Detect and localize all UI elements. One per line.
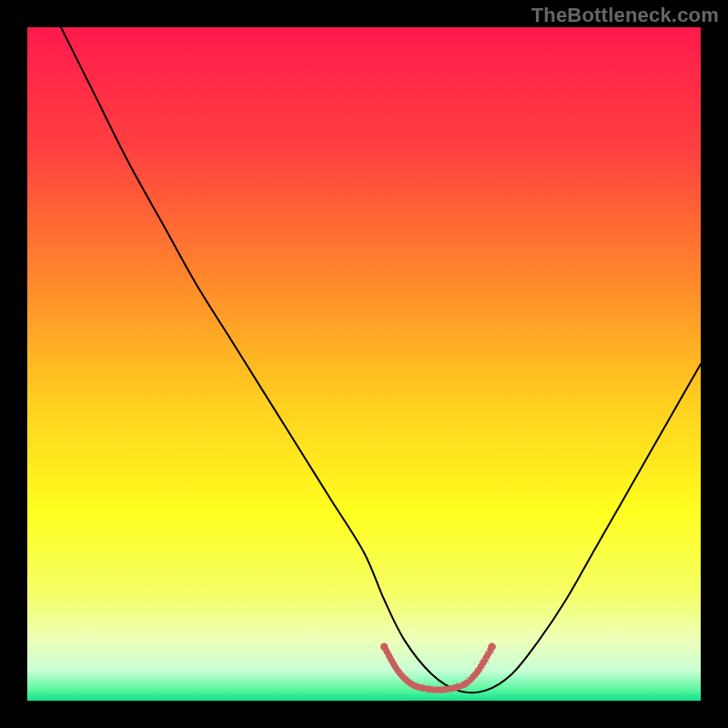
gradient-background <box>27 27 701 701</box>
plot-area <box>27 27 701 701</box>
bottleneck-chart <box>27 27 701 701</box>
watermark-text: TheBottleneck.com <box>531 4 719 27</box>
chart-frame: TheBottleneck.com <box>0 0 728 728</box>
